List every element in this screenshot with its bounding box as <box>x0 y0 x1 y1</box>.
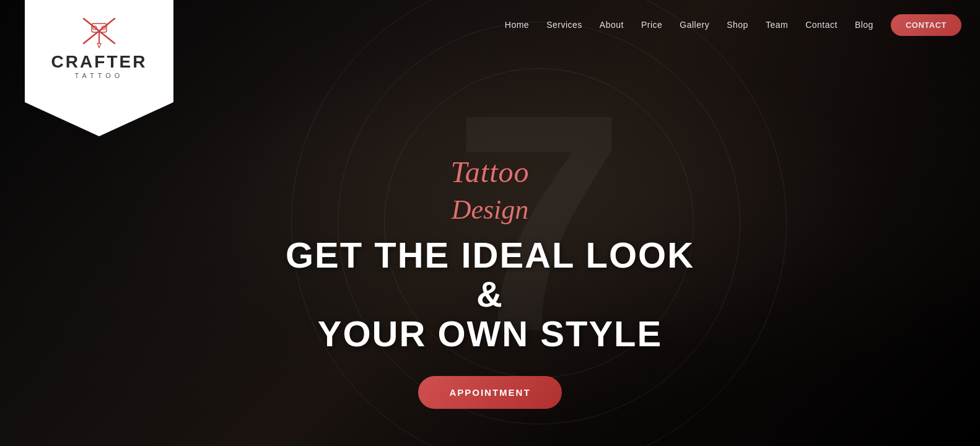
nav-link-about[interactable]: About <box>600 20 624 30</box>
hero-section: 7 CRAFTER TATTOO Home Services <box>0 0 980 446</box>
hero-content: Tattoo Design GET THE IDEAL LOOK & YOUR … <box>273 156 707 409</box>
hero-script-title: Tattoo <box>273 156 707 189</box>
nav-item-services[interactable]: Services <box>546 19 582 30</box>
logo-subtitle: TATTOO <box>75 72 124 79</box>
hero-main-headline: GET THE IDEAL LOOK & YOUR OWN STYLE <box>273 235 707 354</box>
nav-item-about[interactable]: About <box>600 19 624 30</box>
nav-cta-button[interactable]: CONTACT <box>891 14 961 36</box>
nav-link-shop[interactable]: Shop <box>727 20 748 30</box>
nav-link-home[interactable]: Home <box>505 20 529 30</box>
nav-links: Home Services About Price Gallery Shop T… <box>505 19 961 30</box>
nav-item-blog[interactable]: Blog <box>855 19 873 30</box>
nav-item-home[interactable]: Home <box>505 19 529 30</box>
nav-link-services[interactable]: Services <box>546 20 582 30</box>
nav-link-contact[interactable]: Contact <box>805 20 838 30</box>
nav-item-contact[interactable]: Contact <box>805 19 838 30</box>
nav-cta-item[interactable]: CONTACT <box>891 19 961 30</box>
nav-link-team[interactable]: Team <box>766 20 788 30</box>
hero-headline-line1: GET THE IDEAL LOOK & <box>286 235 694 315</box>
hero-script-subtitle: Design <box>273 195 707 225</box>
nav-link-blog[interactable]: Blog <box>855 20 873 30</box>
nav-link-price[interactable]: Price <box>641 20 662 30</box>
nav-item-shop[interactable]: Shop <box>727 19 748 30</box>
nav-link-gallery[interactable]: Gallery <box>680 20 709 30</box>
appointment-button[interactable]: APPOINTMENT <box>418 376 561 409</box>
logo-title: CRAFTER <box>51 53 147 71</box>
nav-item-team[interactable]: Team <box>766 19 788 30</box>
hero-headline-line2: YOUR OWN STYLE <box>318 313 662 354</box>
nav-item-price[interactable]: Price <box>641 19 662 30</box>
navbar: Home Services About Price Gallery Shop T… <box>0 0 980 50</box>
nav-item-gallery[interactable]: Gallery <box>680 19 709 30</box>
